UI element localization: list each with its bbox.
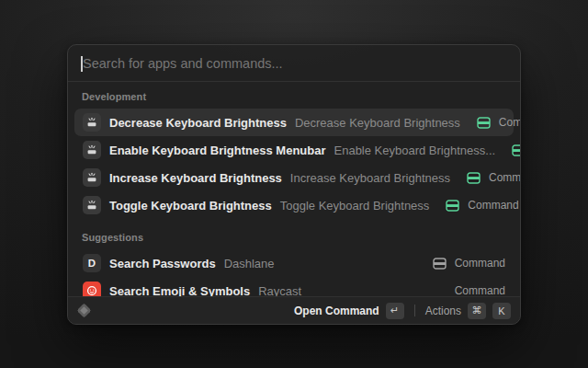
k-key-badge: K [492,303,511,319]
item-title: Toggle Keyboard Brightness [109,199,272,213]
item-subtitle: Raycast [258,284,301,297]
item-type: Command [499,116,520,129]
command-icon [477,117,491,129]
list-item-decrease-keyboard-brightness[interactable]: Decrease Keyboard Brightness Decrease Ke… [74,109,514,136]
text-cursor [81,56,83,72]
raycast-logo-icon [77,304,92,318]
item-title: Search Emoji & Symbols [109,284,250,297]
return-key-badge: ↵ [386,303,404,319]
smiley-face-icon [83,282,101,296]
actions-button[interactable]: Actions ⌘ K [425,303,511,319]
keyboard-brightness-icon [83,196,101,214]
keyboard-brightness-icon [83,113,101,132]
section-header-suggestions: Suggestions [74,219,514,249]
results-list: Development Decrease Keyboard Brightness… [68,82,520,296]
footer: Open Command ↵ Actions ⌘ K [68,296,520,324]
item-title: Decrease Keyboard Brightness [109,116,287,130]
footer-divider [414,305,415,316]
command-icon [433,258,447,270]
command-icon [467,172,481,184]
open-command-button[interactable]: Open Command ↵ [294,303,404,319]
list-item-search-emoji-symbols[interactable]: Search Emoji & Symbols Raycast Command [74,277,514,296]
keyboard-brightness-icon [83,168,101,187]
item-subtitle: Enable Keyboard Brightness... [334,144,496,157]
item-subtitle: Decrease Keyboard Brightness [295,116,460,130]
item-title: Search Passwords [109,257,216,270]
desktop-background: Development Decrease Keyboard Brightness… [0,0,588,368]
dashlane-icon: D [83,254,101,272]
item-subtitle: Increase Keyboard Brightness [290,171,450,185]
item-subtitle: Dashlane [224,257,275,270]
keyboard-brightness-icon [83,141,101,159]
command-icon [446,200,459,212]
actions-label: Actions [425,305,461,317]
command-icon [512,144,520,156]
list-item-toggle-keyboard-brightness[interactable]: Toggle Keyboard Brightness Toggle Keyboa… [74,191,514,219]
item-type: Command [489,171,520,184]
item-subtitle: Toggle Keyboard Brightness [280,199,430,213]
item-title: Enable Keyboard Brightness Menubar [109,144,326,157]
search-bar [68,45,520,82]
open-command-label: Open Command [294,305,379,317]
command-palette-window: Development Decrease Keyboard Brightness… [67,44,521,325]
search-input[interactable] [68,45,520,81]
item-type: Command [455,284,505,296]
list-item-increase-keyboard-brightness[interactable]: Increase Keyboard Brightness Increase Ke… [74,164,514,191]
list-item-search-passwords[interactable]: D Search Passwords Dashlane Command [74,249,514,277]
item-type: Command [455,257,505,270]
list-item-enable-keyboard-brightness-menubar[interactable]: Enable Keyboard Brightness Menubar Enabl… [74,136,514,164]
cmd-key-badge: ⌘ [468,303,486,319]
section-header-development: Development [74,82,514,109]
item-title: Increase Keyboard Brightness [109,171,282,185]
item-type: Command [468,199,518,212]
